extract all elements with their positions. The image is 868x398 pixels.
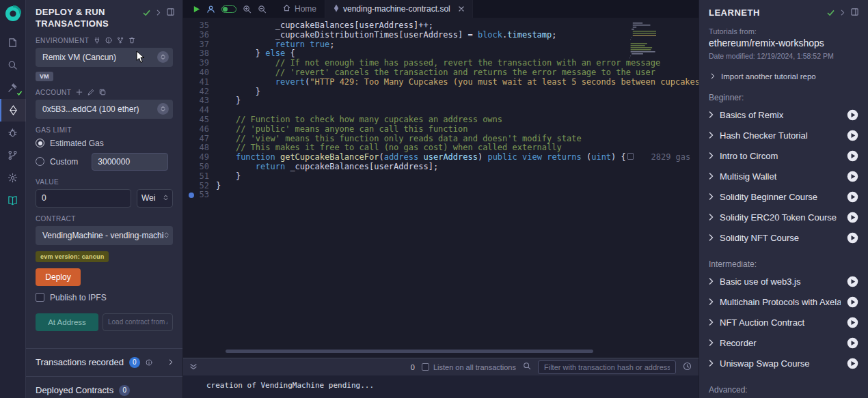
add-account-icon[interactable] <box>76 89 83 96</box>
pin-panel-icon[interactable] <box>167 8 174 18</box>
remix-logo[interactable] <box>5 5 21 22</box>
code-area[interactable]: 35 _cupcakeBalances[userAddress]++;36 _c… <box>183 21 699 200</box>
play-circle-icon[interactable] <box>847 317 858 328</box>
tutorial-item[interactable]: Solidity Beginner Course <box>709 186 858 207</box>
chevron-right-icon[interactable] <box>841 8 845 18</box>
tab-home[interactable]: Home <box>275 0 325 18</box>
deploy-run-icon[interactable] <box>0 99 26 122</box>
play-circle-icon[interactable] <box>847 232 858 244</box>
horizontal-scrollbar[interactable] <box>226 350 593 353</box>
play-circle-icon[interactable] <box>847 191 858 203</box>
account-options-icon[interactable] <box>157 103 169 115</box>
chevron-right-icon[interactable] <box>157 8 161 18</box>
line-number[interactable]: 46 <box>183 125 209 134</box>
line-number[interactable]: 49 <box>183 153 209 162</box>
pending-transactions-clock-icon[interactable] <box>683 362 692 373</box>
play-circle-icon[interactable] <box>847 296 858 308</box>
tutorial-item[interactable]: Hash Checker Tutorial <box>709 125 858 145</box>
line-number[interactable]: 41 <box>183 78 209 87</box>
zoom-in-icon[interactable] <box>243 5 252 14</box>
play-circle-icon[interactable] <box>847 109 858 121</box>
play-circle-icon[interactable] <box>847 130 858 141</box>
minimap[interactable] <box>629 20 656 173</box>
estimated-gas-radio[interactable] <box>36 139 44 147</box>
pin-panel-icon[interactable] <box>851 8 858 18</box>
transaction-filter-input[interactable] <box>538 360 676 374</box>
tutorial-item[interactable]: Solidity ERC20 Token Course <box>709 207 858 227</box>
tutorial-item[interactable]: NFT Auction Contract <box>709 312 858 332</box>
line-number[interactable]: 53 <box>183 190 209 200</box>
tutorial-item[interactable]: Basic use of web3.js <box>709 271 858 292</box>
deploy-button[interactable]: Deploy <box>36 268 81 286</box>
line-number[interactable]: 38 <box>183 49 209 59</box>
publish-ipfs-option[interactable]: Publish to IPFS <box>36 293 173 302</box>
line-number[interactable]: 37 <box>183 40 209 50</box>
tutorial-item[interactable]: Multisig Wallet <box>709 166 858 186</box>
load-contract-address-input[interactable] <box>103 313 173 331</box>
play-circle-icon[interactable] <box>847 358 858 369</box>
line-number[interactable]: 40 <box>183 68 209 78</box>
play-circle-icon[interactable] <box>847 212 858 223</box>
import-tutorial-repo[interactable]: Import another tutorial repo <box>709 72 858 81</box>
environment-explorer-plug-icon[interactable] <box>94 37 100 44</box>
expand-transactions-icon[interactable] <box>169 358 173 367</box>
run-script-icon[interactable] <box>193 5 200 13</box>
account-select[interactable]: 0x5B3...eddC4 (100 ether) <box>36 100 173 119</box>
info-icon[interactable] <box>105 37 112 44</box>
copilot-icon[interactable] <box>206 5 215 14</box>
line-number[interactable]: 52 <box>183 182 209 191</box>
code-editor[interactable]: 35 _cupcakeBalances[userAddress]++;36 _c… <box>183 18 699 358</box>
custom-gas-option[interactable]: Custom <box>36 153 173 171</box>
tutorial-item[interactable]: Uniswap Swap Course <box>709 353 858 373</box>
line-number[interactable]: 47 <box>183 134 209 144</box>
deployed-contracts-row[interactable]: Deployed Contracts 0 <box>26 376 182 398</box>
at-address-button[interactable]: At Address <box>36 313 98 331</box>
line-number[interactable]: 51 <box>183 172 209 182</box>
line-number[interactable]: 35 <box>183 21 209 31</box>
tutorial-item[interactable]: Solidity NFT Course <box>709 227 858 248</box>
value-input[interactable] <box>36 189 131 208</box>
line-number[interactable]: 43 <box>183 96 209 106</box>
line-number[interactable]: 36 <box>183 31 209 40</box>
search-icon[interactable] <box>0 54 26 76</box>
line-number[interactable]: 45 <box>183 115 209 125</box>
git-icon[interactable] <box>0 144 26 167</box>
tutorial-item[interactable]: Recorder <box>709 332 858 353</box>
close-tab-icon[interactable] <box>459 6 464 12</box>
learneth-plugin-icon[interactable] <box>0 189 26 212</box>
line-number[interactable]: 50 <box>183 162 209 172</box>
info-icon[interactable] <box>146 359 152 366</box>
tutorial-item[interactable]: Basics of Remix <box>709 104 858 125</box>
publish-ipfs-checkbox[interactable] <box>36 293 44 302</box>
contract-select[interactable]: VendingMachine - vending-machin <box>36 226 173 245</box>
environment-select[interactable]: Remix VM (Cancun) <box>36 48 173 67</box>
fork-state-icon[interactable] <box>117 37 124 44</box>
copilot-toggle[interactable] <box>221 5 236 13</box>
settings-icon[interactable] <box>0 167 26 189</box>
transactions-recorded-row[interactable]: Transactions recorded 0 <box>26 348 182 376</box>
toggle-terminal-icon[interactable] <box>190 363 197 372</box>
tab-vending-machine-contract[interactable]: vending-machine-contract.sol <box>325 0 473 18</box>
solidity-compiler-icon[interactable] <box>0 76 26 99</box>
listen-checkbox[interactable] <box>422 363 429 371</box>
play-circle-icon[interactable] <box>847 150 858 162</box>
line-number[interactable]: 39 <box>183 59 209 68</box>
play-circle-icon[interactable] <box>847 337 858 349</box>
play-circle-icon[interactable] <box>847 276 858 287</box>
listen-all-transactions-option[interactable]: Listen on all transactions <box>422 363 516 371</box>
environment-options-icon[interactable] <box>157 51 169 63</box>
custom-gas-radio[interactable] <box>36 157 44 166</box>
sign-message-pencil-icon[interactable] <box>87 89 94 96</box>
copy-account-icon[interactable] <box>99 89 106 96</box>
custom-gas-input[interactable] <box>92 153 168 171</box>
terminal-search-icon[interactable] <box>523 362 531 372</box>
tutorial-item[interactable]: Multichain Protocols with Axelar <box>709 292 858 312</box>
delete-state-trash-icon[interactable] <box>128 37 135 44</box>
zoom-out-icon[interactable] <box>258 5 267 14</box>
tutorial-item[interactable]: Intro to Circom <box>709 145 858 166</box>
line-number[interactable]: 42 <box>183 87 209 97</box>
value-unit-select[interactable]: Wei <box>137 189 173 208</box>
debugger-icon[interactable] <box>0 122 26 144</box>
file-explorer-icon[interactable] <box>0 31 26 54</box>
estimated-gas-option[interactable]: Estimated Gas <box>36 139 173 148</box>
